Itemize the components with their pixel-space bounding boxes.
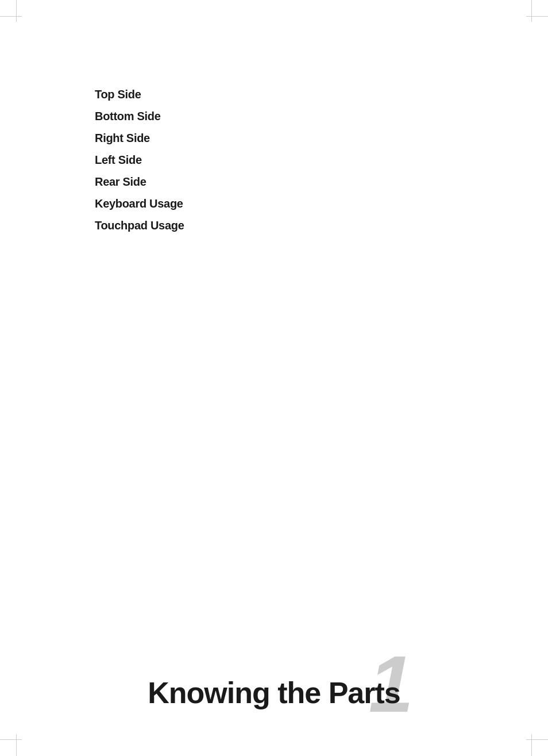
toc-item[interactable]: Left Side <box>95 149 184 171</box>
corner-mark-br-h <box>526 739 548 740</box>
toc-list: Top SideBottom SideRight SideLeft SideRe… <box>95 83 184 236</box>
corner-mark-tr-v <box>531 0 532 22</box>
chapter-title-text: Knowing the Parts <box>148 676 400 709</box>
page: Top SideBottom SideRight SideLeft SideRe… <box>0 0 548 756</box>
toc-item[interactable]: Top Side <box>95 83 184 105</box>
toc-item[interactable]: Bottom Side <box>95 105 184 127</box>
corner-mark-bl-v <box>16 734 17 756</box>
toc-item[interactable]: Keyboard Usage <box>95 193 184 214</box>
toc-item[interactable]: Rear Side <box>95 171 184 193</box>
corner-mark-tr-h <box>526 16 548 17</box>
corner-mark-tl-v <box>16 0 17 22</box>
toc-item[interactable]: Touchpad Usage <box>95 214 184 236</box>
corner-mark-bl-h <box>0 739 22 740</box>
toc-item[interactable]: Right Side <box>95 127 184 149</box>
corner-mark-tl-h <box>0 16 22 17</box>
chapter-section: 1 Knowing the Parts <box>0 676 548 710</box>
corner-mark-br-v <box>531 734 532 756</box>
chapter-title: 1 Knowing the Parts <box>148 676 400 710</box>
